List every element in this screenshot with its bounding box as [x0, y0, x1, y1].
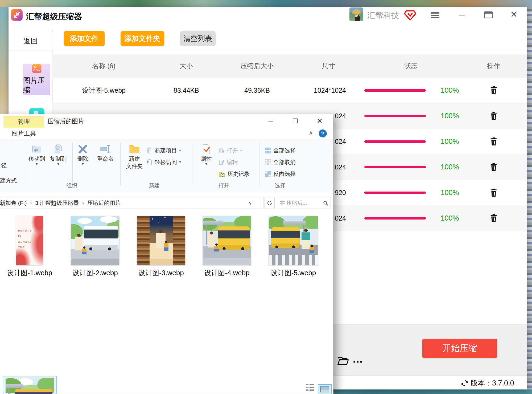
more-options-button[interactable]: …: [352, 353, 364, 365]
ribbon-properties-button[interactable]: 属性 ▾: [194, 144, 218, 165]
menu-icon[interactable]: [431, 12, 439, 18]
progress-percent: 100%: [436, 205, 463, 231]
address-bar[interactable]: 新加卷 (F:) › 3.汇帮超级压缩器 › 压缩后的图片 ∨: [0, 197, 263, 209]
progress-bar: [364, 89, 426, 92]
thumbnail-image-1: BEAUTY IS ALWAYS THE: [16, 216, 43, 265]
explorer-window: 管理 压缩后的图片 ─ × 图片工具 ∧ ? 径 建方式 移动到 ▾ 复制到 ▾: [0, 114, 333, 394]
file-item-6-selected[interactable]: 设计图-6.webp: [6, 378, 54, 394]
breadcrumb-current[interactable]: 压缩后的图片: [87, 199, 121, 207]
view-toggle-group: [306, 384, 333, 394]
breadcrumb-drive[interactable]: 新加卷 (F:): [0, 199, 27, 207]
explorer-close-button[interactable]: ×: [311, 114, 328, 128]
explorer-ribbon: 径 建方式 移动到 ▾ 复制到 ▾ 删除 ▾: [0, 140, 333, 192]
search-input[interactable]: [277, 197, 331, 209]
file-item-3[interactable]: 设计图-3.webp: [137, 216, 185, 278]
help-icon[interactable]: ?: [319, 129, 327, 137]
ribbon-history-button[interactable]: 历史记录: [219, 169, 250, 178]
clear-list-button[interactable]: 清空列表: [180, 31, 216, 46]
explorer-maximize-button[interactable]: [287, 114, 304, 128]
add-file-button[interactable]: 添加文件: [64, 31, 105, 46]
sidebar-item-image-compress[interactable]: 图片压缩: [23, 64, 50, 95]
ribbon-move-to-button[interactable]: 移动到 ▾: [25, 144, 49, 165]
ribbon-fragment-paste-shortcut[interactable]: 建方式: [0, 177, 17, 184]
maximize-button[interactable]: [482, 9, 494, 21]
progress-track: [364, 154, 426, 180]
ribbon-copy-to-button[interactable]: 复制到 ▾: [46, 144, 70, 165]
breadcrumb-folder[interactable]: 3.汇帮超级压缩器: [35, 199, 79, 207]
explorer-minimize-button[interactable]: ─: [262, 114, 279, 128]
ribbon-select-all-button[interactable]: 全部选择: [265, 146, 296, 155]
vip-badge-icon[interactable]: [404, 10, 416, 21]
select-none-icon: [265, 159, 271, 165]
file-size: 83.44KB: [160, 78, 213, 103]
open-output-folder-icon[interactable]: [337, 356, 349, 366]
thumbnail-image-4: [203, 216, 251, 265]
thumbnail-view-icon[interactable]: [318, 384, 332, 394]
copy-to-icon: [53, 144, 64, 155]
ribbon-collapse-icon[interactable]: ∧: [306, 129, 316, 139]
file-item-4[interactable]: 设计图-4.webp: [203, 216, 251, 278]
move-to-icon: [31, 144, 42, 155]
thumbnail-image-5: [269, 216, 318, 265]
ribbon-fragment-copy-path[interactable]: 径: [1, 162, 7, 169]
file-table-header: 名称 (6) 大小 压缩后大小 尺寸 状态 操作: [53, 54, 527, 78]
start-compress-button[interactable]: 开始压缩: [422, 339, 497, 358]
list-view-icon[interactable]: [306, 384, 314, 391]
image-compress-icon: [28, 64, 46, 74]
refresh-icon: [267, 200, 273, 206]
properties-icon: [201, 144, 212, 155]
address-dropdown-icon[interactable]: ∨: [249, 200, 252, 206]
explorer-tab-picture-tools[interactable]: 图片工具: [3, 128, 44, 140]
ribbon-select-none-button[interactable]: 全部取消: [265, 158, 296, 167]
refresh-button[interactable]: [265, 197, 275, 209]
version-label: 版本：3.7.0.0: [471, 378, 514, 388]
poster-text: BEAUTY IS ALWAYS THE: [18, 228, 32, 250]
file-dimensions: 1024*1024: [293, 78, 346, 103]
sidebar-back-button[interactable]: 返回: [9, 32, 53, 50]
ribbon-delete-button[interactable]: 删除 ▾: [71, 144, 95, 165]
progress-track: [364, 103, 426, 129]
delete-row-button[interactable]: [486, 154, 502, 180]
delete-row-button[interactable]: [486, 103, 502, 129]
minimize-button[interactable]: ─: [456, 9, 468, 21]
file-item-5[interactable]: 设计图-5.webp: [269, 216, 318, 278]
user-avatar[interactable]: [349, 7, 363, 21]
add-folder-button[interactable]: 添加文件夹: [121, 31, 164, 46]
column-size: 大小: [160, 54, 213, 77]
trash-icon: [490, 137, 498, 146]
delete-row-button[interactable]: [486, 180, 502, 205]
delete-row-button[interactable]: [486, 129, 502, 154]
ribbon-edit-button[interactable]: 编辑: [219, 158, 238, 167]
file-label: 设计图-4.webp: [204, 268, 250, 278]
file-item-2[interactable]: 设计图-2.webp: [71, 216, 119, 278]
progress-track: [364, 180, 426, 205]
ribbon-easy-access-button[interactable]: 轻松访问 ▾: [147, 158, 181, 167]
delete-row-button[interactable]: [486, 205, 502, 231]
thumbnail-image-6: [6, 378, 54, 394]
account-name[interactable]: 汇帮科技: [367, 10, 399, 21]
close-button[interactable]: ×: [508, 8, 520, 21]
column-compressed-size: 压缩后大小: [230, 54, 284, 77]
maximize-icon: [484, 11, 493, 18]
explorer-tab-manage[interactable]: 管理: [3, 116, 44, 128]
search-icon: [323, 201, 328, 206]
delete-row-button[interactable]: [486, 78, 502, 103]
ribbon-rename-button[interactable]: 重命名: [93, 144, 117, 162]
ribbon-new-folder-button[interactable]: 新建 文件夹: [122, 144, 146, 170]
file-item-1[interactable]: BEAUTY IS ALWAYS THE 设计图-1.webp: [16, 216, 43, 278]
desktop-wallpaper-right: [527, 7, 532, 389]
table-row: 设计图-5.webp 83.44KB 49.36KB 1024*1024 100…: [53, 78, 527, 103]
progress-percent: 100%: [436, 78, 463, 103]
ribbon-open-button[interactable]: 打开 ▾: [219, 146, 242, 155]
version-info[interactable]: 版本：3.7.0.0: [461, 378, 514, 388]
search-box[interactable]: [277, 197, 331, 209]
progress-bar: [364, 115, 426, 117]
progress-percent: 100%: [436, 154, 463, 180]
new-item-icon: [147, 148, 152, 153]
ribbon-invert-selection-button[interactable]: 反向选择: [265, 169, 296, 178]
delete-icon: [77, 144, 88, 155]
toolbar-divider: [53, 51, 527, 51]
ribbon-new-item-button[interactable]: 新建项目 ▾: [147, 146, 181, 155]
file-label: 设计图-3.webp: [138, 268, 184, 278]
column-name: 名称 (6): [61, 54, 146, 77]
